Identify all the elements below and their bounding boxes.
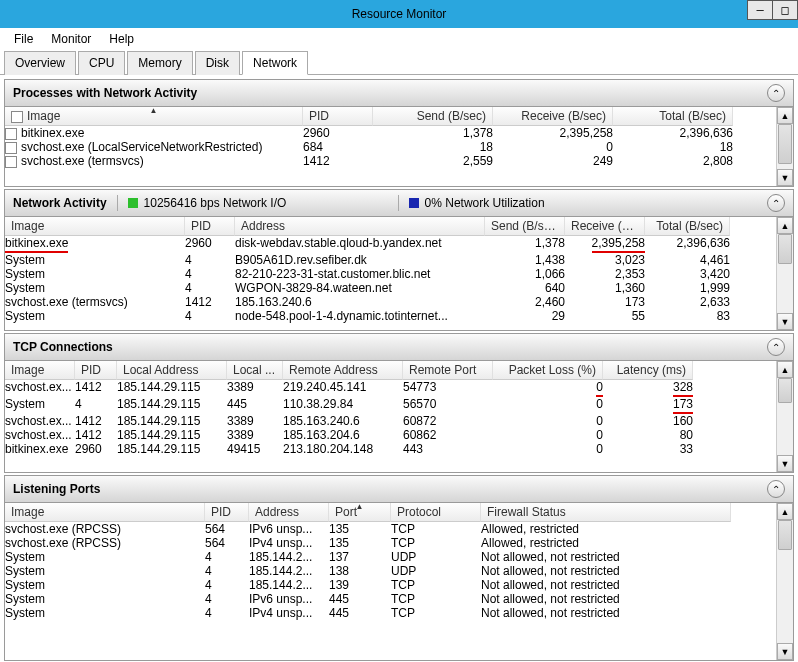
cell[interactable]: TCP [391, 592, 481, 606]
cell[interactable]: 249 [493, 154, 613, 168]
col-loss[interactable]: Packet Loss (%) [493, 361, 603, 380]
cell[interactable]: 0 [493, 442, 603, 456]
tab-disk[interactable]: Disk [195, 51, 240, 75]
cell[interactable]: 1,999 [645, 281, 730, 295]
cell[interactable]: 185.163.240.6 [283, 414, 403, 428]
cell[interactable]: 4 [185, 309, 235, 323]
scrollbar[interactable]: ▲▼ [776, 217, 793, 330]
cell[interactable]: Not allowed, not restricted [481, 606, 731, 620]
menu-help[interactable]: Help [101, 30, 142, 48]
cell[interactable]: 1412 [75, 380, 117, 397]
cell[interactable]: 2960 [303, 126, 373, 140]
cell[interactable]: 4 [185, 281, 235, 295]
cell[interactable]: System [5, 397, 75, 414]
cell[interactable]: 3389 [227, 414, 283, 428]
cell[interactable]: node-548.pool-1-4.dynamic.totinternet... [235, 309, 485, 323]
cell[interactable]: 2,559 [373, 154, 493, 168]
cell[interactable]: 137 [329, 550, 391, 564]
col-total[interactable]: Total (B/sec) [645, 217, 730, 236]
cell[interactable]: TCP [391, 606, 481, 620]
col-image[interactable]: Image [5, 217, 185, 236]
scroll-down-icon[interactable]: ▼ [777, 313, 793, 330]
cell[interactable]: 4 [205, 592, 249, 606]
cell[interactable]: 1412 [75, 414, 117, 428]
col-image[interactable]: Image [5, 503, 205, 522]
col-send[interactable]: Send (B/sec) [485, 217, 565, 236]
cell[interactable]: 445 [329, 606, 391, 620]
cell[interactable]: System [5, 267, 185, 281]
cell[interactable]: svchost.exe (termsvcs) [5, 295, 185, 309]
cell[interactable]: 3,420 [645, 267, 730, 281]
cell[interactable]: System [5, 578, 205, 592]
cell[interactable]: 1412 [303, 154, 373, 168]
cell[interactable]: IPv6 unsp... [249, 522, 329, 536]
tab-overview[interactable]: Overview [4, 51, 76, 75]
col-send[interactable]: Send (B/sec) [373, 107, 493, 126]
cell[interactable]: 0 [493, 140, 613, 154]
cell[interactable]: 135 [329, 522, 391, 536]
scroll-up-icon[interactable]: ▲ [777, 217, 793, 234]
panel-tcp-header[interactable]: TCP Connections ⌃ [5, 334, 793, 361]
minimize-button[interactable]: — [747, 0, 773, 20]
cell[interactable]: TCP [391, 522, 481, 536]
cell[interactable]: 1412 [185, 295, 235, 309]
cell[interactable]: 82-210-223-31-stat.customer.blic.net [235, 267, 485, 281]
col-pid[interactable]: PID [205, 503, 249, 522]
collapse-icon[interactable]: ⌃ [767, 84, 785, 102]
col-address[interactable]: Address [235, 217, 485, 236]
cell[interactable]: 185.144.29.115 [117, 428, 227, 442]
cell[interactable]: 80 [603, 428, 693, 442]
cell[interactable]: 219.240.45.141 [283, 380, 403, 397]
cell[interactable]: Not allowed, not restricted [481, 592, 731, 606]
cell[interactable]: 185.163.204.6 [283, 428, 403, 442]
cell[interactable]: 185.144.2... [249, 550, 329, 564]
tab-network[interactable]: Network [242, 51, 308, 75]
cell[interactable]: 60872 [403, 414, 493, 428]
cell[interactable]: 185.144.29.115 [117, 380, 227, 397]
cell[interactable]: 4 [205, 550, 249, 564]
cell[interactable]: 2,396,636 [645, 236, 730, 253]
row-checkbox[interactable] [5, 156, 17, 168]
cell[interactable]: 2,396,636 [613, 126, 733, 140]
panel-processes-header[interactable]: Processes with Network Activity ⌃ [5, 80, 793, 107]
cell[interactable]: 564 [205, 536, 249, 550]
cell[interactable]: Not allowed, not restricted [481, 550, 731, 564]
scroll-down-icon[interactable]: ▼ [777, 169, 793, 186]
col-pid[interactable]: PID [303, 107, 373, 126]
cell[interactable]: 2960 [185, 236, 235, 253]
cell[interactable]: 110.38.29.84 [283, 397, 403, 414]
menu-monitor[interactable]: Monitor [43, 30, 99, 48]
col-protocol[interactable]: Protocol [391, 503, 481, 522]
row-checkbox[interactable] [5, 142, 17, 154]
cell[interactable]: IPv4 unsp... [249, 606, 329, 620]
collapse-icon[interactable]: ⌃ [767, 338, 785, 356]
scroll-up-icon[interactable]: ▲ [777, 107, 793, 124]
cell[interactable]: 185.163.240.6 [235, 295, 485, 309]
col-firewall[interactable]: Firewall Status [481, 503, 731, 522]
cell[interactable]: 18 [373, 140, 493, 154]
cell[interactable]: System [5, 281, 185, 295]
cell[interactable]: 445 [227, 397, 283, 414]
checkbox-all[interactable] [11, 111, 23, 123]
cell[interactable]: 18 [613, 140, 733, 154]
cell[interactable]: System [5, 606, 205, 620]
row-checkbox[interactable] [5, 128, 17, 140]
col-recv[interactable]: Receive (B... [565, 217, 645, 236]
cell[interactable]: IPv4 unsp... [249, 536, 329, 550]
col-address[interactable]: Address [249, 503, 329, 522]
cell[interactable]: 3389 [227, 380, 283, 397]
table-row-cell[interactable]: svchost.exe (termsvcs) [5, 154, 303, 168]
cell[interactable]: UDP [391, 564, 481, 578]
cell[interactable]: 1,360 [565, 281, 645, 295]
cell[interactable]: TCP [391, 536, 481, 550]
cell[interactable]: 0 [493, 414, 603, 428]
cell[interactable]: 56570 [403, 397, 493, 414]
cell[interactable]: System [5, 550, 205, 564]
cell[interactable]: WGPON-3829-84.wateen.net [235, 281, 485, 295]
cell[interactable]: 640 [485, 281, 565, 295]
cell[interactable]: 49415 [227, 442, 283, 456]
col-port[interactable]: Port▲ [329, 503, 391, 522]
cell[interactable]: 2,395,258 [565, 236, 645, 253]
menu-file[interactable]: File [6, 30, 41, 48]
cell[interactable]: 4 [205, 578, 249, 592]
